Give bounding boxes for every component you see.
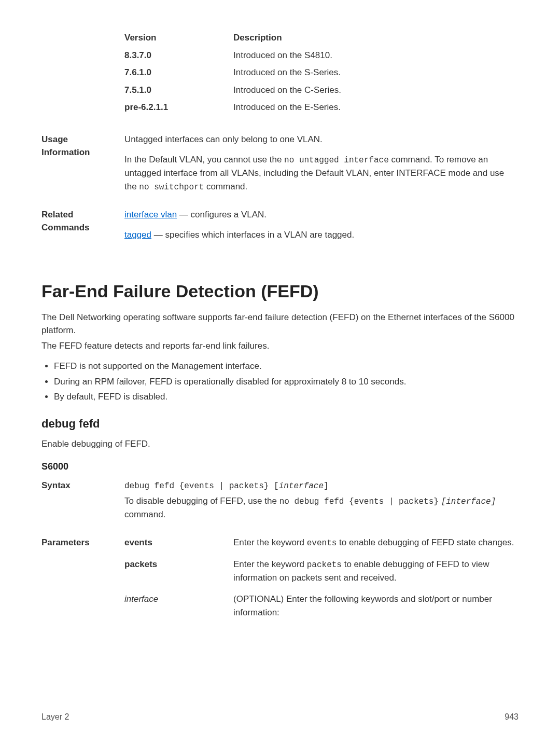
text-run: to enable debugging of FEFD state change… — [337, 538, 514, 547]
text-run: Enter the keyword — [233, 538, 307, 547]
syntax-block: Syntax debug fefd {events | packets} [in… — [41, 479, 519, 521]
param-desc: (OPTIONAL) Enter the following keywords … — [233, 593, 519, 619]
debug-desc: Enable debugging of FEFD. — [41, 437, 519, 451]
text-run: command. — [124, 509, 165, 519]
usage-label: Usage Information — [41, 133, 124, 194]
inline-code: events — [307, 539, 337, 548]
inline-code-italic: [interface] — [441, 497, 496, 506]
related-item: tagged — specifies which interfaces in a… — [124, 228, 519, 242]
usage-p1: Untagged interfaces can only belong to o… — [124, 133, 519, 146]
version-cell: 7.5.1.0 — [124, 84, 233, 97]
fefd-bullets: FEFD is not supported on the Management … — [41, 360, 519, 404]
param-name: events — [124, 536, 233, 549]
desc-cell: Introduced on the C-Series. — [233, 84, 519, 97]
footer-right: 943 — [505, 711, 519, 723]
list-item: During an RPM failover, FEFD is operatio… — [54, 375, 519, 389]
syntax-label: Syntax — [41, 479, 124, 521]
usage-p2: In the Default VLAN, you cannot use the … — [124, 153, 519, 194]
inline-code-italic: interface — [279, 481, 324, 491]
version-cell: 8.3.7.0 — [124, 49, 233, 62]
parameters-block: Parameters events Enter the keyword even… — [41, 536, 519, 624]
fefd-intro2: The FEFD feature detects and reports far… — [41, 339, 519, 353]
param-name: packets — [124, 558, 233, 585]
col-header-description: Description — [233, 31, 519, 45]
fefd-intro1: The Dell Networking operating software s… — [41, 311, 519, 337]
version-table-label — [41, 31, 124, 118]
inline-code: no untagged interface — [284, 156, 389, 165]
usage-information: Usage Information Untagged interfaces ca… — [41, 133, 519, 194]
text-run: — configures a VLAN. — [177, 210, 267, 219]
fefd-heading: Far-End Failure Detection (FEFD) — [41, 278, 519, 305]
text-run: — specifies which interfaces in a VLAN a… — [151, 230, 354, 240]
list-item: By default, FEFD is disabled. — [54, 390, 519, 404]
list-item: FEFD is not supported on the Management … — [54, 360, 519, 373]
inline-code: packets — [307, 560, 342, 570]
footer-left: Layer 2 — [41, 711, 69, 723]
inline-code: no switchport — [139, 183, 204, 192]
version-table: Version Description 8.3.7.0Introduced on… — [41, 31, 519, 118]
inline-code: ] — [324, 481, 329, 491]
disable-text: To disable debugging of FEFD, use the no… — [124, 494, 519, 521]
text-run: command. — [204, 182, 247, 191]
platform-heading: S6000 — [41, 460, 519, 474]
page-footer: Layer 2 943 — [41, 711, 519, 723]
col-header-version: Version — [124, 31, 233, 45]
param-desc: Enter the keyword events to enable debug… — [233, 536, 519, 549]
related-item: interface vlan — configures a VLAN. — [124, 208, 519, 222]
interface-vlan-link[interactable]: interface vlan — [124, 210, 177, 219]
desc-cell: Introduced on the S-Series. — [233, 66, 519, 79]
desc-cell: Introduced on the S4810. — [233, 49, 519, 62]
text-run: Enter the keyword — [233, 559, 307, 569]
related-commands: Related Commands interface vlan — config… — [41, 208, 519, 242]
param-desc: Enter the keyword packets to enable debu… — [233, 558, 519, 585]
text-run: To disable debugging of FEFD, use the — [124, 496, 279, 506]
inline-code: debug fefd {events | packets} [ — [124, 481, 279, 491]
version-cell: pre-6.2.1.1 — [124, 101, 233, 114]
text-run: In the Default VLAN, you cannot use the — [124, 155, 284, 164]
param-name: interface — [124, 593, 233, 619]
params-label: Parameters — [41, 536, 124, 624]
inline-code: no debug fefd {events | packets} — [279, 497, 439, 506]
text-run: (OPTIONAL) Enter the following keywords … — [233, 594, 492, 617]
version-cell: 7.6.1.0 — [124, 66, 233, 79]
debug-fefd-heading: debug fefd — [41, 415, 519, 432]
desc-cell: Introduced on the E-Series. — [233, 101, 519, 114]
tagged-link[interactable]: tagged — [124, 230, 151, 240]
syntax-cmd: debug fefd {events | packets} [interface… — [124, 479, 519, 492]
related-label: Related Commands — [41, 208, 124, 242]
